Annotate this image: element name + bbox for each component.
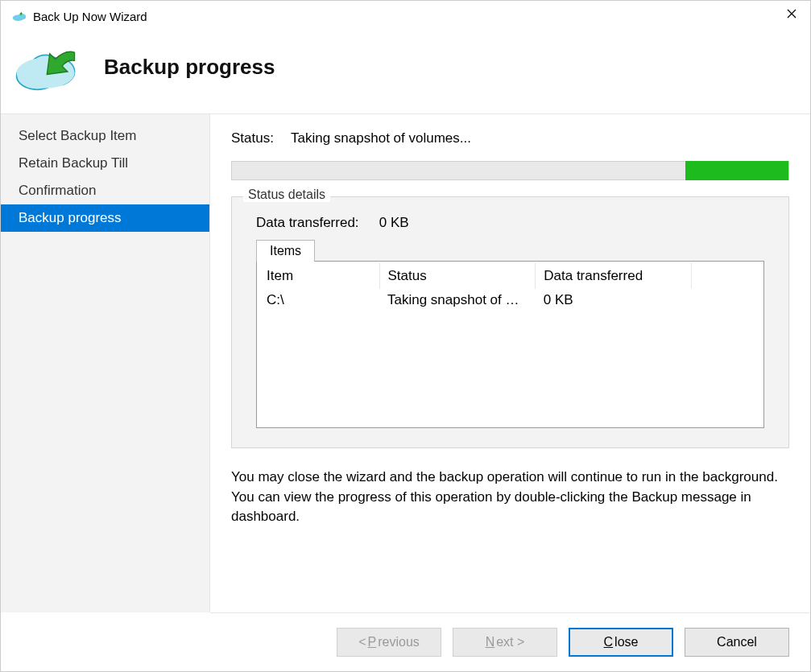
status-details-legend: Status details [243,188,330,202]
items-table: Item Status Data transferred C:\ Taking … [256,261,764,428]
col-item[interactable]: Item [259,263,379,289]
previous-button: < Previous [337,628,441,657]
page-title: Backup progress [104,55,275,80]
progress-chunk [685,161,788,180]
step-backup-progress[interactable]: Backup progress [1,204,209,232]
wizard-footer: < Previous Next > Close Cancel [210,612,810,671]
status-label: Status: [231,130,291,146]
cancel-button[interactable]: Cancel [685,628,789,657]
progress-bar [231,161,789,180]
app-icon [12,10,27,22]
step-select-backup-item[interactable]: Select Backup Item [1,122,209,150]
status-details-group: Status details Data transferred: 0 KB It… [231,196,789,448]
cell-transferred: 0 KB [536,289,692,311]
cell-status: Taking snapshot of … [379,289,536,311]
items-tab[interactable]: Items [256,240,315,262]
wizard-steps: Select Backup Item Retain Backup Till Co… [1,114,210,612]
wizard-header: Backup progress [1,31,810,113]
backup-cloud-icon [12,43,85,91]
close-button[interactable]: Close [569,628,673,657]
step-retain-backup-till[interactable]: Retain Backup Till [1,150,209,177]
table-row[interactable]: C:\ Taking snapshot of … 0 KB [259,289,762,311]
window-close-button[interactable] [773,1,810,27]
svg-point-1 [18,14,27,20]
close-icon [787,9,797,19]
col-spacer [692,263,763,289]
info-note: You may close the wizard and the backup … [231,468,789,527]
table-header-row: Item Status Data transferred [259,263,762,289]
col-transferred[interactable]: Data transferred [536,263,692,289]
step-confirmation[interactable]: Confirmation [1,177,209,204]
next-button: Next > [453,628,557,657]
data-transferred: Data transferred: 0 KB [256,215,764,231]
status-line: Status: Taking snapshot of volumes... [231,130,789,146]
title-bar: Back Up Now Wizard [1,1,810,31]
data-transferred-label: Data transferred: [256,215,375,231]
col-status[interactable]: Status [379,263,536,289]
status-value: Taking snapshot of volumes... [291,130,471,146]
window-title: Back Up Now Wizard [33,10,147,23]
cell-item: C:\ [259,289,379,311]
data-transferred-value: 0 KB [379,215,409,230]
